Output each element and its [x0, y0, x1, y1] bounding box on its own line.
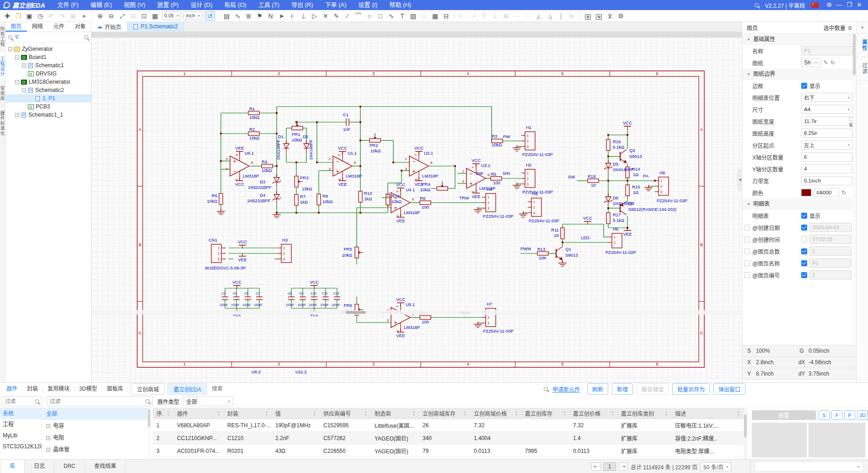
doc-tab-P1.Schematic2[interactable]: P1.Schematic2: [127, 22, 184, 32]
diode-D4[interactable]: [273, 191, 281, 203]
page-number[interactable]: 1: [603, 462, 616, 471]
menu-item-3[interactable]: 放置 (P): [151, 0, 185, 10]
part-type-select[interactable]: 全部▾: [183, 396, 233, 406]
connector-H4[interactable]: 123: [482, 194, 496, 212]
language-flag-icon[interactable]: [811, 3, 819, 8]
menu-item-7[interactable]: 导出 (R): [285, 0, 319, 10]
tree-item-DRVSIG[interactable]: DRVSIG: [5, 70, 91, 78]
no-connect-icon[interactable]: ✕: [320, 11, 331, 21]
panel-tab-网络[interactable]: 网络: [27, 22, 48, 32]
capacitor-C11[interactable]: C11100nF: [320, 288, 329, 308]
panel-collapse-handle[interactable]: ◀: [738, 169, 742, 190]
netlist-icon[interactable]: N: [594, 11, 605, 21]
connector-H2[interactable]: 123: [521, 169, 535, 188]
menu-item-2[interactable]: 视图 (V): [118, 0, 151, 10]
diode-D1[interactable]: [284, 140, 289, 152]
input-@图页总数[interactable]: 1: [809, 247, 852, 256]
minimize-icon[interactable]: —: [835, 0, 843, 10]
resistor-R7[interactable]: [295, 194, 298, 205]
button-刷新[interactable]: 刷新: [587, 383, 608, 395]
open-folder-icon[interactable]: ❐: [13, 11, 24, 21]
panel-tab-元件[interactable]: 元件: [48, 22, 70, 32]
tree-item-Schematic2[interactable]: −Schematic2: [5, 86, 91, 94]
tree-item-1.P1[interactable]: 1. P1: [5, 94, 91, 102]
grid-size-select[interactable]: 0.05▾: [162, 11, 181, 20]
new-file-icon[interactable]: ✚: [2, 11, 13, 21]
diode-D5[interactable]: [604, 160, 612, 172]
sort-icon[interactable]: ▲▼: [364, 410, 367, 417]
page-size-select[interactable]: 50 条/页▾: [700, 462, 731, 471]
checkbox-@图页名称[interactable]: [801, 260, 807, 266]
symbol-wizard-icon[interactable]: ⊟: [441, 11, 452, 21]
resistor-R16[interactable]: [606, 140, 610, 150]
resistor-R15[interactable]: [626, 185, 629, 196]
resistor-R5[interactable]: [491, 177, 502, 180]
library-tab-复用模块[interactable]: 复用模块: [43, 386, 75, 392]
unit-select[interactable]: inch▾: [183, 11, 202, 20]
sort-icon[interactable]: ▲▼: [167, 410, 170, 417]
place-wire-icon[interactable]: ∿: [232, 11, 243, 21]
last-page-button[interactable]: ⇥: [619, 462, 628, 471]
menu-item-9[interactable]: 设置 (I): [353, 0, 384, 10]
tree-item-Schematic1[interactable]: +Schematic1: [5, 61, 91, 70]
checkbox-@图页编号[interactable]: [801, 272, 807, 278]
capacitor-C12[interactable]: C12100nF: [332, 288, 340, 308]
category-item-电容[interactable]: +电容: [43, 420, 150, 432]
connector-H8[interactable]: 123: [655, 177, 669, 195]
panel-tab-图页[interactable]: 图页: [5, 22, 27, 32]
expand-icon[interactable]: +: [46, 448, 50, 452]
menu-item-8[interactable]: 下单 (A): [319, 0, 353, 10]
class-item-系统[interactable]: 系统: [0, 408, 42, 419]
potentiometer-PR5[interactable]: [355, 247, 363, 258]
menu-item-4[interactable]: 设计 (D): [185, 0, 219, 10]
resistor-R8[interactable]: [317, 194, 321, 205]
checkbox-@创建日期[interactable]: [801, 225, 807, 231]
column-header-值[interactable]: 值▲▼: [272, 409, 320, 417]
potentiometer-PR4[interactable]: [437, 181, 448, 190]
doc-tab-开始页[interactable]: ☁开始页: [91, 22, 127, 32]
input-@图页编号[interactable]: 1: [809, 270, 852, 280]
search-icon[interactable]: [35, 399, 39, 403]
column-header-描述[interactable]: 描述▲▼: [671, 409, 744, 417]
order-cart-icon[interactable]: ⊻: [605, 11, 616, 21]
column-header-嘉立创库存[interactable]: 嘉立创库存▲▼: [521, 409, 569, 417]
properties-scrollbar[interactable]: [852, 34, 856, 349]
tree-expand-icon[interactable]: +: [15, 113, 19, 117]
menu-item-10[interactable]: 帮助 (H): [383, 0, 417, 10]
select-尺寸[interactable]: A4▾: [801, 105, 852, 114]
search-icon[interactable]: [544, 387, 548, 391]
capacitor-C5[interactable]: C5100nF: [242, 288, 251, 308]
resistor-R18[interactable]: [588, 179, 599, 183]
resistor-R13[interactable]: [537, 252, 548, 255]
capacitor-C9[interactable]: C9100nF: [297, 288, 306, 308]
draw-text-icon[interactable]: T: [397, 11, 408, 21]
transistor-Q1[interactable]: [556, 247, 563, 260]
resistor-R2[interactable]: [248, 132, 259, 135]
place-button[interactable]: 放置: [752, 410, 816, 420]
tree-expand-icon[interactable]: −: [15, 80, 19, 84]
section-header-图纸边界[interactable]: ▼图纸边界: [742, 69, 856, 80]
category-filter-input[interactable]: [50, 398, 144, 404]
search-icon[interactable]: [84, 35, 88, 39]
menu-item-5[interactable]: 布局 (O): [218, 0, 252, 10]
input-@创建日期[interactable]: 2025-04-03: [809, 223, 852, 232]
category-item-电阻[interactable]: +电阻: [43, 432, 150, 444]
column-header-嘉立创库类别[interactable]: 嘉立创库类别▲▼: [617, 409, 671, 417]
sort-icon[interactable]: ▲▼: [611, 410, 614, 417]
bottom-tab-查找结果[interactable]: 查找结果: [85, 460, 126, 473]
source-tab-立创商城[interactable]: 立创商城: [131, 383, 165, 395]
preview-mode-3D[interactable]: 3D: [857, 410, 868, 420]
tree-item-Schematic1_1[interactable]: +Schematic1_1: [5, 111, 91, 119]
column-header-器件[interactable]: 器件▲▼: [173, 409, 224, 417]
refresh-sheet-icon[interactable]: ↻: [830, 59, 835, 66]
close-icon[interactable]: ✕: [855, 0, 863, 10]
canvas-h-scrollbar[interactable]: [91, 310, 742, 315]
maximize-icon[interactable]: ❐: [845, 0, 853, 10]
project-search-input[interactable]: [21, 35, 81, 40]
bottom-tab-库[interactable]: 库: [0, 460, 25, 473]
sort-icon[interactable]: ▲▼: [313, 410, 316, 417]
tree-item-ZyGenerator[interactable]: −ZyGenerator: [5, 45, 91, 53]
library-tab-封装[interactable]: 封装: [22, 386, 43, 392]
table-row[interactable]: 1V680LA80APRES-TH_L17.0-...190pF@1MHzC15…: [153, 419, 747, 432]
input-Y轴分区数量[interactable]: 4: [801, 164, 852, 173]
